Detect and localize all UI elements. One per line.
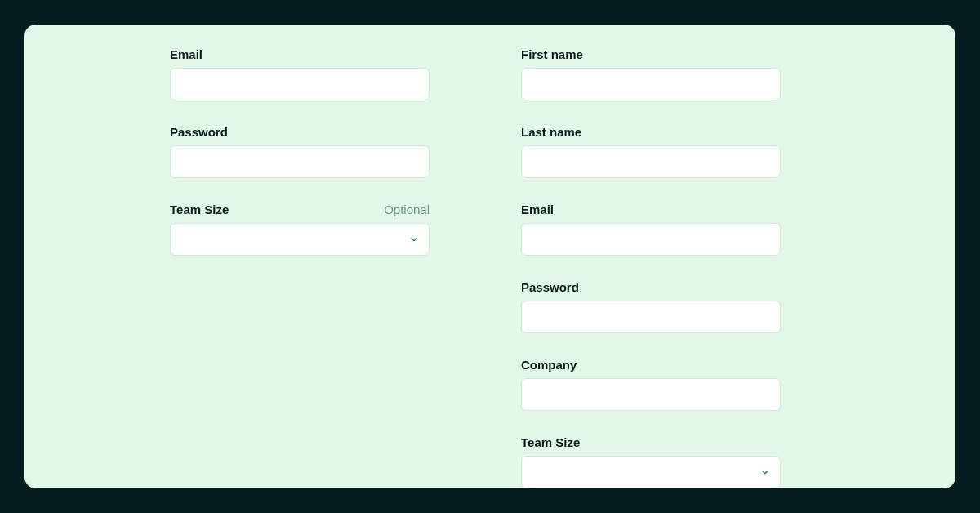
form-card: Email Password Team Size Optional — [24, 25, 956, 488]
company-label: Company — [521, 358, 577, 372]
team-size-select-wrap — [170, 223, 430, 256]
field-last-name: Last name — [521, 125, 781, 178]
label-row: Password — [170, 125, 430, 139]
label-row: Company — [521, 358, 781, 372]
last-name-label: Last name — [521, 125, 581, 139]
password-input[interactable] — [521, 301, 781, 333]
field-password-right: Password — [521, 280, 781, 333]
team-size-label: Team Size — [521, 435, 580, 449]
field-team-size-left: Team Size Optional — [170, 203, 430, 256]
field-team-size-right: Team Size — [521, 435, 781, 488]
team-size-label: Team Size — [170, 203, 229, 216]
last-name-input[interactable] — [521, 145, 781, 178]
email-label: Email — [521, 203, 554, 216]
field-email-right: Email — [521, 203, 781, 256]
first-name-label: First name — [521, 47, 583, 61]
email-input[interactable] — [521, 223, 781, 256]
left-column: Email Password Team Size Optional — [170, 41, 430, 472]
email-input[interactable] — [170, 68, 430, 100]
team-size-select-wrap — [521, 456, 781, 488]
company-input[interactable] — [521, 378, 781, 411]
right-column: First name Last name Email Password Comp — [521, 41, 781, 472]
field-email-left: Email — [170, 47, 430, 100]
field-password-left: Password — [170, 125, 430, 178]
email-label: Email — [170, 47, 203, 61]
label-row: Last name — [521, 125, 781, 139]
label-row: Email — [521, 203, 781, 216]
password-label: Password — [170, 125, 228, 139]
label-row: Team Size — [521, 435, 781, 449]
password-input[interactable] — [170, 145, 430, 178]
team-size-select[interactable] — [170, 223, 430, 256]
label-row: First name — [521, 47, 781, 61]
label-row: Email — [170, 47, 430, 61]
label-row: Team Size Optional — [170, 203, 430, 216]
optional-hint: Optional — [384, 203, 430, 216]
field-company: Company — [521, 358, 781, 411]
password-label: Password — [521, 280, 579, 294]
team-size-select[interactable] — [521, 456, 781, 488]
label-row: Password — [521, 280, 781, 294]
field-first-name: First name — [521, 47, 781, 100]
first-name-input[interactable] — [521, 68, 781, 100]
